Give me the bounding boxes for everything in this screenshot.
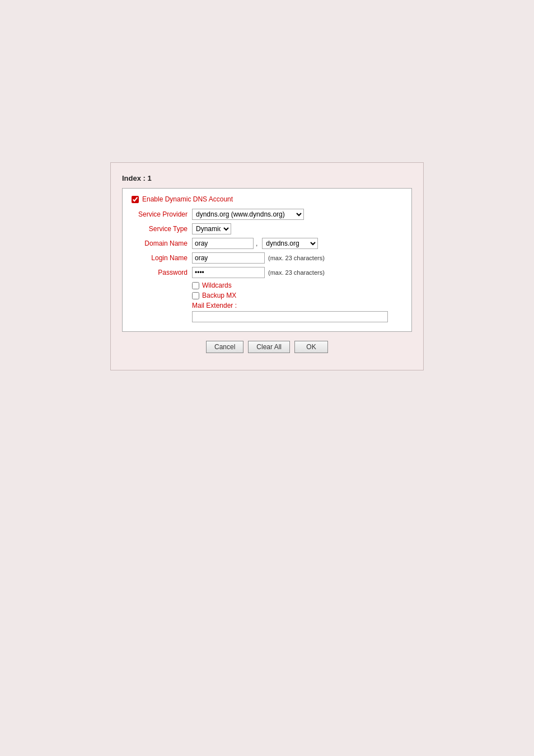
button-row: Cancel Clear All OK: [122, 341, 412, 353]
enable-row: Enable Dynamic DNS Account: [132, 195, 402, 203]
service-provider-label: Service Provider: [132, 210, 188, 218]
mail-extender-label: Mail Extender :: [192, 302, 402, 309]
login-name-row: Login Name (max. 23 characters): [132, 252, 402, 264]
service-provider-row: Service Provider dyndns.org (www.dyndns.…: [132, 209, 402, 220]
mail-extender-input[interactable]: [192, 311, 388, 322]
domain-name-input[interactable]: [192, 238, 254, 249]
service-provider-select[interactable]: dyndns.org (www.dyndns.org): [192, 209, 304, 220]
main-panel: Index : 1 Enable Dynamic DNS Account Ser…: [110, 162, 424, 370]
password-row: Password (max. 23 characters): [132, 267, 402, 278]
enable-ddns-label: Enable Dynamic DNS Account: [142, 195, 233, 203]
service-type-select[interactable]: Dynamic Static Custom: [192, 223, 231, 234]
password-input[interactable]: [192, 267, 265, 278]
cancel-button[interactable]: Cancel: [206, 341, 243, 353]
page-wrapper: Index : 1 Enable Dynamic DNS Account Ser…: [0, 0, 534, 756]
wildcards-checkbox[interactable]: [192, 282, 199, 289]
index-title: Index : 1: [122, 174, 412, 182]
domain-suffix-select[interactable]: dyndns.org dyndns.com homeip.net: [262, 238, 318, 249]
wildcards-label: Wildcards: [202, 281, 232, 289]
domain-name-row: Domain Name , dyndns.org dyndns.com home…: [132, 238, 402, 249]
login-name-label: Login Name: [132, 254, 188, 262]
service-type-label: Service Type: [132, 225, 188, 233]
wildcards-row: Wildcards: [192, 281, 402, 289]
domain-separator: ,: [256, 240, 257, 247]
backup-mx-row: Backup MX: [192, 292, 402, 299]
backup-mx-checkbox[interactable]: [192, 292, 199, 299]
domain-name-inputs: , dyndns.org dyndns.com homeip.net: [192, 238, 318, 249]
password-hint: (max. 23 characters): [268, 269, 325, 276]
login-name-input[interactable]: [192, 252, 265, 264]
ok-button[interactable]: OK: [294, 341, 328, 353]
password-label: Password: [132, 269, 188, 276]
clear-all-button[interactable]: Clear All: [248, 341, 290, 353]
enable-ddns-checkbox[interactable]: [132, 196, 139, 203]
backup-mx-label: Backup MX: [202, 292, 236, 299]
login-name-hint: (max. 23 characters): [268, 255, 325, 261]
form-box: Enable Dynamic DNS Account Service Provi…: [122, 188, 412, 332]
service-type-row: Service Type Dynamic Static Custom: [132, 223, 402, 234]
domain-name-label: Domain Name: [132, 240, 188, 247]
